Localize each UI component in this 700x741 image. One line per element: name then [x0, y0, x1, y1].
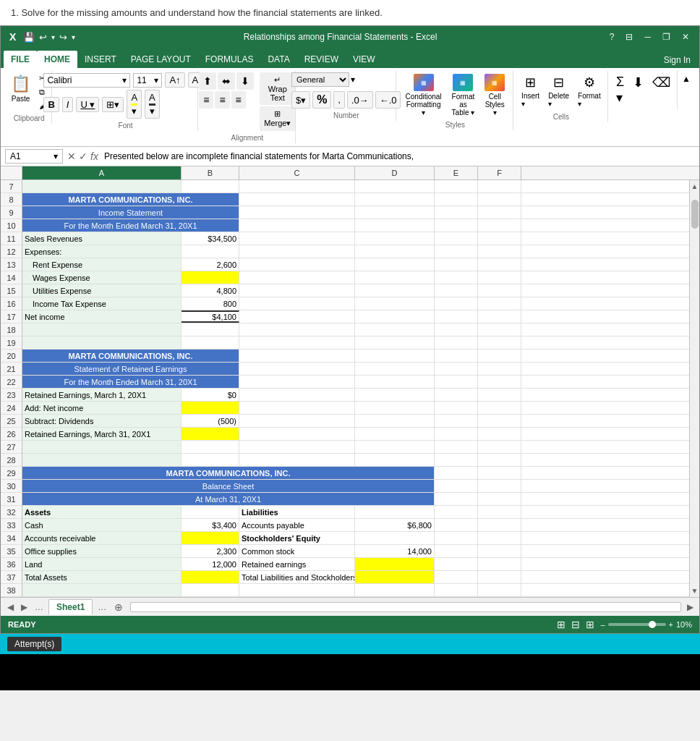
cells-group: ⊞ Insert ▾ ⊟ Delete ▾ ⚙ Format ▾ Cells [515, 71, 608, 122]
col-header-f[interactable]: F [478, 166, 521, 179]
attempt-button[interactable]: Attempt(s) [7, 637, 61, 651]
tab-formulas[interactable]: FORMULAS [198, 51, 261, 68]
scroll-up-button[interactable]: ▲ [690, 180, 699, 192]
conditional-formatting-button[interactable]: ▦ ConditionalFormatting ▾ [403, 72, 445, 118]
restore-button[interactable]: ❐ [658, 32, 675, 42]
zoom-in-button[interactable]: + [669, 620, 673, 629]
number-format-dropdown[interactable]: General [291, 72, 349, 87]
zoom-out-button[interactable]: – [600, 620, 605, 629]
sheet-nav-right[interactable]: ▶ [17, 601, 31, 614]
help-button[interactable]: ? [605, 32, 619, 42]
redo-icon[interactable]: ↪ [59, 32, 67, 43]
delete-cells-button[interactable]: ⊟ Delete ▾ [545, 72, 572, 110]
zoom-area: – + 10% [600, 620, 692, 629]
clear-button[interactable]: ⌫ [649, 72, 673, 93]
align-middle-button[interactable]: ⬌ [218, 72, 235, 90]
tab-page-layout[interactable]: PAGE LAYOUT [124, 51, 198, 68]
ribbon-collapse-button[interactable]: ⊟ [621, 32, 637, 42]
align-left-button[interactable]: ≡ [199, 91, 213, 109]
minimize-button[interactable]: ─ [640, 32, 655, 42]
font-color-button[interactable]: A▾ [145, 90, 160, 119]
italic-button[interactable]: I [62, 97, 74, 112]
merge-button[interactable]: ⊞ Merge▾ [260, 106, 295, 131]
tab-data[interactable]: DATA [260, 51, 296, 68]
tab-view[interactable]: VIEW [346, 51, 383, 68]
wrap-text-button[interactable]: ↵ WrapText [260, 72, 295, 105]
number-group: General ▾ $▾ % , .0→ ←.0 Number [297, 71, 396, 121]
sheet-nav-left[interactable]: ◀ [4, 601, 17, 614]
font-size-chevron: ▾ [154, 75, 158, 85]
vertical-scrollbar[interactable]: ▲ ▼ [689, 180, 699, 597]
tab-file[interactable]: FILE [4, 51, 37, 68]
col-header-e[interactable]: E [435, 166, 478, 179]
undo-dropdown-icon[interactable]: ▾ [51, 33, 55, 41]
cell-reference-box[interactable]: A1 ▾ [5, 149, 63, 164]
align-top-button[interactable]: ⬆ [199, 72, 216, 90]
page-layout-icon[interactable]: ⊟ [571, 619, 580, 630]
cell-ref-chevron: ▾ [54, 151, 58, 161]
col-header-c[interactable]: C [239, 166, 355, 179]
tab-home[interactable]: HOME [37, 51, 77, 68]
align-bottom-button[interactable]: ⬇ [236, 72, 254, 90]
decrease-decimal-button[interactable]: .0→ [347, 91, 373, 109]
autosum-button[interactable]: Σ ▾ [613, 72, 627, 108]
format-cells-button[interactable]: ⚙ Format ▾ [575, 72, 604, 110]
formula-cancel-icon[interactable]: ✕ [67, 151, 76, 162]
fill-color-button[interactable]: A▾ [127, 90, 142, 119]
table-row [22, 336, 689, 350]
excel-icon: X [7, 30, 19, 43]
sheet-tab-sheet1[interactable]: Sheet1 [48, 599, 93, 614]
fill-button[interactable]: ⬇ [630, 72, 646, 93]
font-name-dropdown[interactable]: Calibri ▾ [43, 73, 130, 88]
sheet-nav-dots[interactable]: … [31, 601, 47, 614]
formula-input[interactable] [103, 150, 695, 163]
border-button[interactable]: ⊞▾ [102, 97, 124, 112]
page-break-icon[interactable]: ⊞ [586, 619, 594, 630]
comma-button[interactable]: , [333, 91, 344, 109]
close-button[interactable]: ✕ [678, 32, 693, 42]
formula-confirm-icon[interactable]: ✓ [79, 151, 88, 162]
formula-bar: A1 ▾ ✕ ✓ fx [1, 147, 699, 166]
formula-function-icon[interactable]: fx [90, 151, 98, 162]
table-row: Income Tax Expense 800 [22, 297, 689, 310]
underline-button[interactable]: U ▾ [76, 97, 99, 112]
tab-insert[interactable]: INSERT [77, 51, 124, 68]
scroll-right-arrow[interactable]: ▶ [684, 601, 696, 614]
cell-styles-button[interactable]: ▦ CellStyles ▾ [482, 72, 508, 118]
col-header-b[interactable]: B [182, 166, 239, 179]
scroll-down-button[interactable]: ▼ [690, 585, 699, 597]
font-size-dropdown[interactable]: 11 ▾ [133, 73, 162, 88]
ribbon-collapse-btn[interactable]: ▲ [679, 71, 693, 87]
black-bottom-bar [0, 654, 700, 690]
ribbon-tab-bar: FILE HOME INSERT PAGE LAYOUT FORMULAS DA… [1, 48, 699, 68]
normal-view-icon[interactable]: ⊞ [557, 619, 565, 630]
insert-cells-button[interactable]: ⊞ Insert ▾ [518, 72, 542, 110]
sheet-tab-more-dots[interactable]: … [94, 601, 110, 614]
font-group: Calibri ▾ 11 ▾ A↑ A↓ B I U ▾ ⊞▾ A▾ [54, 71, 198, 131]
attempt-bar: Attempt(s) [0, 634, 700, 654]
col-header-d[interactable]: D [355, 166, 435, 179]
increase-font-button[interactable]: A↑ [165, 72, 184, 88]
align-center-button[interactable]: ≡ [215, 91, 229, 109]
add-sheet-button[interactable]: ⊕ [110, 600, 127, 614]
table-row: Rent Expense 2,600 [22, 258, 689, 271]
insert-icon: ⊞ [525, 75, 536, 90]
currency-button[interactable]: $▾ [291, 91, 310, 109]
undo-icon[interactable]: ↩ [39, 32, 47, 43]
horizontal-scrollbar[interactable] [130, 602, 681, 612]
format-as-table-button[interactable]: ▦ Format asTable ▾ [449, 72, 478, 118]
quick-save-icon[interactable]: 💾 [23, 32, 35, 43]
paste-button[interactable]: 📋 Paste [8, 72, 33, 105]
col-header-a[interactable]: A [22, 166, 182, 179]
delete-icon: ⊟ [553, 75, 564, 90]
tab-review[interactable]: REVIEW [297, 51, 346, 68]
zoom-level: 10% [676, 620, 692, 629]
bold-button[interactable]: B [43, 97, 59, 112]
font-name-chevron: ▾ [122, 75, 127, 85]
percent-button[interactable]: % [312, 91, 331, 109]
fill-icon: ⬇ [633, 75, 644, 90]
table-row: MARTA COMMUNICATIONS, INC. [22, 350, 689, 363]
sign-in[interactable]: Sign In [658, 52, 696, 68]
table-row: Land 12,000 Retained earnings [22, 558, 689, 571]
align-right-button[interactable]: ≡ [231, 91, 246, 109]
